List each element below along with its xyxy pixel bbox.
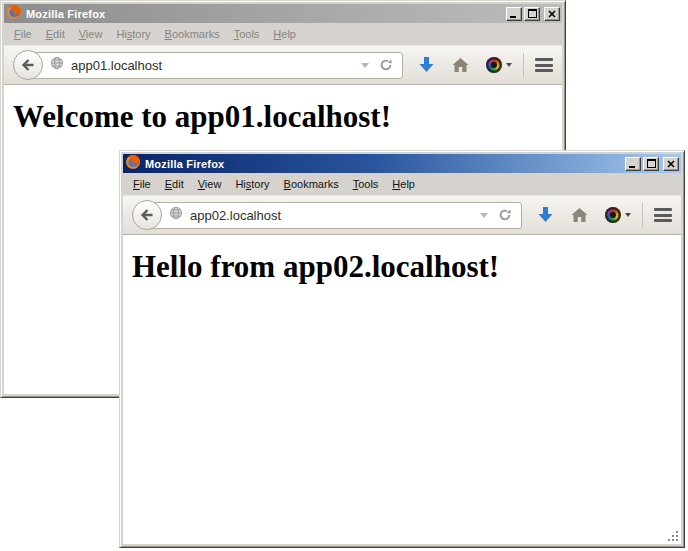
page-content: Hello from app02.localhost! bbox=[123, 235, 681, 544]
close-button[interactable] bbox=[663, 157, 679, 171]
window-title: Mozilla Firefox bbox=[145, 158, 224, 170]
minimize-button[interactable] bbox=[506, 7, 522, 21]
app-menu-button[interactable] bbox=[535, 58, 553, 72]
firefox-logo-icon[interactable] bbox=[125, 154, 141, 174]
menu-history[interactable]: History bbox=[228, 175, 276, 193]
menu-file[interactable]: File bbox=[7, 25, 39, 43]
downloads-button[interactable] bbox=[537, 206, 554, 224]
hamburger-icon bbox=[535, 58, 553, 72]
menu-tools[interactable]: Tools bbox=[227, 25, 267, 43]
titlebar[interactable]: Mozilla Firefox bbox=[123, 154, 681, 173]
site-identity-globe-icon[interactable] bbox=[50, 56, 64, 74]
colorwheel-addon-button[interactable] bbox=[605, 207, 631, 223]
window-controls bbox=[506, 7, 560, 21]
back-button[interactable] bbox=[132, 200, 162, 230]
urlbar-dropdown-icon[interactable] bbox=[480, 213, 488, 218]
titlebar[interactable]: Mozilla Firefox bbox=[4, 4, 562, 23]
hamburger-icon bbox=[654, 208, 672, 222]
site-identity-globe-icon[interactable] bbox=[169, 206, 183, 224]
app-menu-button[interactable] bbox=[654, 208, 672, 222]
maximize-button[interactable] bbox=[643, 157, 659, 171]
urlbar-dropdown-icon[interactable] bbox=[361, 63, 369, 68]
addon-dropdown-caret-icon bbox=[506, 63, 512, 67]
menu-edit[interactable]: Edit bbox=[39, 25, 72, 43]
colorwheel-addon-button[interactable] bbox=[486, 57, 512, 73]
maximize-button[interactable] bbox=[524, 7, 540, 21]
colorwheel-icon bbox=[486, 57, 502, 73]
window-controls bbox=[625, 157, 679, 171]
back-button[interactable] bbox=[13, 50, 43, 80]
firefox-logo-icon[interactable] bbox=[6, 4, 22, 24]
url-bar[interactable]: app01.localhost bbox=[28, 52, 403, 79]
window-title: Mozilla Firefox bbox=[26, 8, 105, 20]
navigation-toolbar: app02.localhost bbox=[123, 195, 681, 235]
menu-bookmarks[interactable]: Bookmarks bbox=[158, 25, 227, 43]
close-button[interactable] bbox=[544, 7, 560, 21]
menu-bar: File Edit View History Bookmarks Tools H… bbox=[123, 173, 681, 195]
url-text: app01.localhost bbox=[71, 58, 162, 73]
menu-history[interactable]: History bbox=[109, 25, 157, 43]
page-heading: Hello from app02.localhost! bbox=[123, 235, 681, 285]
colorwheel-icon bbox=[605, 207, 621, 223]
addon-dropdown-caret-icon bbox=[625, 213, 631, 217]
toolbar-separator bbox=[523, 53, 524, 77]
home-button[interactable] bbox=[452, 57, 469, 73]
toolbar-separator bbox=[642, 203, 643, 227]
url-bar[interactable]: app02.localhost bbox=[147, 202, 522, 229]
resize-grip[interactable] bbox=[667, 530, 680, 543]
downloads-button[interactable] bbox=[418, 56, 435, 74]
menu-bookmarks[interactable]: Bookmarks bbox=[277, 175, 346, 193]
browser-window-app02: Mozilla Firefox File Edit View History B… bbox=[119, 150, 685, 548]
page-heading: Welcome to app01.localhost! bbox=[4, 85, 562, 135]
reload-icon[interactable] bbox=[498, 208, 512, 222]
menu-view[interactable]: View bbox=[191, 175, 229, 193]
menu-help[interactable]: Help bbox=[385, 175, 422, 193]
reload-icon[interactable] bbox=[379, 58, 393, 72]
url-text: app02.localhost bbox=[190, 208, 281, 223]
menu-tools[interactable]: Tools bbox=[346, 175, 386, 193]
menu-bar: File Edit View History Bookmarks Tools H… bbox=[4, 23, 562, 45]
menu-view[interactable]: View bbox=[72, 25, 110, 43]
navigation-toolbar: app01.localhost bbox=[4, 45, 562, 85]
menu-file[interactable]: File bbox=[126, 175, 158, 193]
home-button[interactable] bbox=[571, 207, 588, 223]
minimize-button[interactable] bbox=[625, 157, 641, 171]
menu-help[interactable]: Help bbox=[266, 25, 303, 43]
menu-edit[interactable]: Edit bbox=[158, 175, 191, 193]
